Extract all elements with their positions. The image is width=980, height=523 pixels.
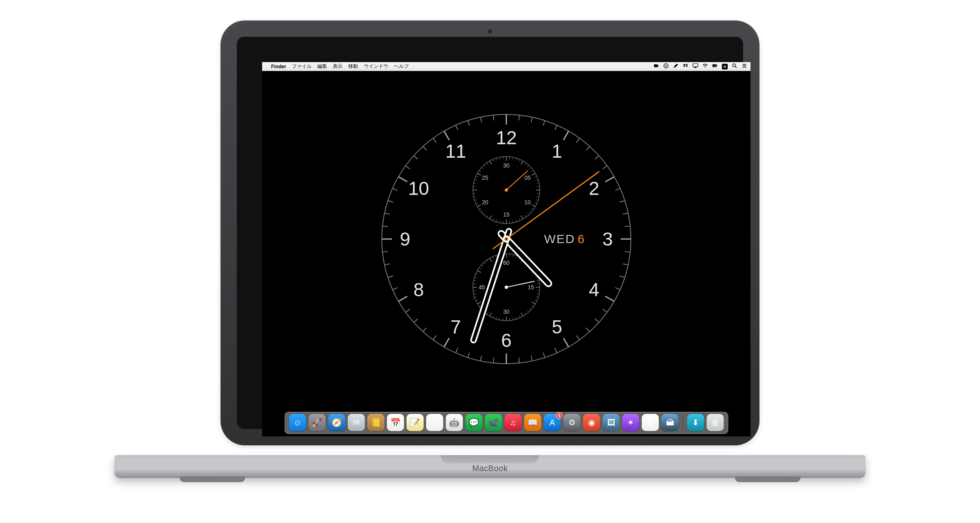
dock-app-calendar[interactable]: 📅 <box>387 414 404 431</box>
svg-line-176 <box>473 284 475 284</box>
wifi-icon[interactable] <box>702 63 708 70</box>
battery-icon[interactable] <box>712 63 718 70</box>
circle-status-icon[interactable] <box>663 63 669 70</box>
svg-line-105 <box>487 215 488 217</box>
svg-line-60 <box>414 156 418 159</box>
svg-line-70 <box>510 157 510 159</box>
dock-app-wallpaper[interactable]: 🏔 <box>662 414 679 431</box>
dock-app-facetime[interactable]: 📹 <box>485 414 502 431</box>
dropbox-icon[interactable] <box>683 63 688 70</box>
svg-rect-3 <box>693 64 698 67</box>
svg-line-157 <box>516 317 517 320</box>
svg-line-143 <box>537 280 539 281</box>
svg-line-153 <box>527 311 529 312</box>
svg-line-42 <box>456 348 458 353</box>
dock-app-finder[interactable]: ☺ <box>289 414 306 431</box>
date-number: 6 <box>577 232 585 246</box>
svg-line-185 <box>490 258 492 262</box>
svg-line-39 <box>493 358 494 363</box>
svg-line-35 <box>543 353 545 358</box>
svg-line-75 <box>525 163 526 165</box>
svg-line-85 <box>537 193 540 194</box>
subdial-bottom-numeral: 30 <box>503 308 510 315</box>
dock-app-system-prefs[interactable]: ⚙ <box>564 414 581 431</box>
svg-line-12 <box>555 125 557 130</box>
hour-numeral: 7 <box>450 316 461 338</box>
svg-line-59 <box>405 166 410 169</box>
dock-app-trash[interactable]: 🗑 <box>707 414 724 431</box>
svg-line-93 <box>525 215 526 217</box>
svg-line-119 <box>477 173 481 175</box>
dock-app-books[interactable]: 📖 <box>524 414 541 431</box>
svg-line-151 <box>531 306 533 307</box>
camera-icon[interactable] <box>653 63 659 70</box>
dock-app-notes[interactable]: 📝 <box>407 414 424 431</box>
menu-0[interactable]: ファイル <box>292 63 312 69</box>
svg-rect-0 <box>654 65 657 67</box>
svg-line-55 <box>385 213 390 215</box>
svg-line-57 <box>392 188 397 190</box>
svg-line-173 <box>474 294 476 294</box>
clock-screensaver: 121234567891011 300510152025 60153045 WE… <box>372 104 641 374</box>
dock-app-launchpad[interactable]: 🚀 <box>309 414 326 431</box>
svg-point-194 <box>505 286 508 289</box>
dock-app-contacts[interactable]: 📒 <box>368 414 385 431</box>
svg-line-146 <box>537 291 540 291</box>
svg-line-186 <box>493 257 494 259</box>
hour-numeral: 5 <box>552 316 562 338</box>
active-app-menu[interactable]: Finder <box>271 64 286 69</box>
airplay-icon[interactable] <box>693 63 698 70</box>
dock-app-downloads[interactable]: ⬇ <box>687 414 704 431</box>
date-day: WED <box>544 232 575 246</box>
pen-icon[interactable] <box>673 63 679 70</box>
menu-3[interactable]: 移動 <box>348 63 358 69</box>
spotlight-icon[interactable] <box>732 63 737 70</box>
notification-center-icon[interactable] <box>742 63 747 70</box>
dock-app-appstore[interactable]: A5 <box>544 414 561 431</box>
desktop[interactable]: 121234567891011 300510152025 60153045 WE… <box>262 71 751 436</box>
svg-line-58 <box>399 177 408 182</box>
svg-line-94 <box>521 216 523 219</box>
svg-line-102 <box>496 220 497 222</box>
dock-app-messages[interactable]: 💬 <box>466 414 483 431</box>
svg-line-103 <box>493 219 494 221</box>
dock-app-app-purple[interactable]: ✶ <box>622 414 639 431</box>
dock-app-safari[interactable]: 🧭 <box>328 414 345 431</box>
dock-app-photos[interactable]: ✿ <box>642 414 659 431</box>
svg-line-179 <box>476 274 478 275</box>
hour-numeral: 10 <box>408 177 429 199</box>
menu-5[interactable]: ヘルプ <box>394 63 409 69</box>
svg-line-14 <box>577 138 580 143</box>
svg-line-109 <box>477 205 481 207</box>
dock: ☺🚀🧭✉📒📅📝☑🤖💬📹♫📖A5⚙◉🖼✶✿🏔⬇🗑 <box>285 412 728 434</box>
svg-line-56 <box>388 201 393 202</box>
svg-line-45 <box>423 328 427 332</box>
svg-line-51 <box>385 264 390 265</box>
svg-line-13 <box>564 131 569 140</box>
svg-line-40 <box>481 356 482 361</box>
svg-line-62 <box>433 138 437 143</box>
camera-icon <box>488 29 492 34</box>
svg-line-95 <box>519 219 520 221</box>
dock-app-reminders[interactable]: ☑ <box>426 414 443 431</box>
svg-line-154 <box>525 313 526 315</box>
dock-app-mail[interactable]: ✉ <box>348 414 365 431</box>
menu-2[interactable]: 表示 <box>333 63 343 69</box>
dock-app-music[interactable]: ♫ <box>505 414 522 431</box>
svg-line-29 <box>603 309 607 313</box>
svg-line-88 <box>535 203 537 203</box>
dock-app-app-red[interactable]: ◉ <box>583 414 600 431</box>
svg-line-44 <box>433 335 437 340</box>
svg-line-17 <box>603 166 607 169</box>
dock-badge: 5 <box>556 412 563 419</box>
svg-line-104 <box>490 216 492 219</box>
dock-app-preview[interactable]: 🖼 <box>603 414 620 431</box>
menu-4[interactable]: ウインドウ <box>364 63 388 69</box>
menu-1[interactable]: 編集 <box>317 63 327 69</box>
svg-line-152 <box>529 308 531 310</box>
input-source-indicator[interactable]: A <box>722 64 728 69</box>
dock-app-automator[interactable]: 🤖 <box>446 414 463 431</box>
svg-line-20 <box>620 201 625 202</box>
subdial-top-numeral: 15 <box>503 211 510 218</box>
svg-line-155 <box>521 313 523 317</box>
